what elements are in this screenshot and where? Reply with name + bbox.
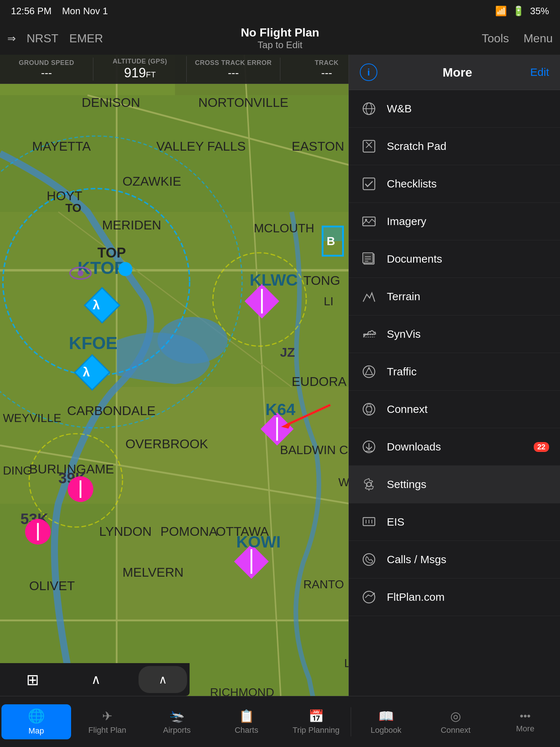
wb-label: W&B [387,102,549,115]
more-info-button[interactable]: i [360,63,377,81]
menu-item-downloads[interactable]: Downloads 22 [349,428,560,466]
menu-item-imagery[interactable]: Imagery [349,203,560,240]
tab-map[interactable]: 🌐 Map [1,704,71,739]
more-menu-panel: i More Edit W&B Scratch Pad [349,55,560,696]
nav-center: No Flight Plan Tap to Edit [109,26,451,51]
ground-speed-label: GROUND SPEED [3,59,90,67]
downloads-label: Downloads [387,441,530,453]
menu-item-wb[interactable]: W&B [349,90,560,128]
menu-button[interactable]: Menu [524,32,553,45]
checklists-label: Checklists [387,178,549,190]
imagery-icon [360,212,378,231]
svg-text:MAYETTA: MAYETTA [32,139,91,153]
center-up-area: ∧ [139,666,187,693]
documents-icon [360,250,378,268]
synvis-icon [360,325,378,343]
svg-point-129 [367,482,371,487]
svg-text:DING: DING [3,464,32,477]
menu-item-synvis[interactable]: SynVis [349,316,560,353]
battery-percent: 35% [530,5,549,17]
svg-text:EUDORA: EUDORA [292,374,347,388]
tab-flight-plan[interactable]: ✈ Flight Plan [73,705,142,739]
nav-left: ⇒ NRST EMER [7,32,109,45]
status-right: 📶 🔋 35% [495,5,549,17]
connext-label: Connext [387,403,549,415]
status-bar: 12:56 PM Mon Nov 1 📶 🔋 35% [0,0,560,22]
menu-item-fltplan[interactable]: FltPlan.com [349,578,560,616]
more-menu-title: More [385,65,530,80]
back-button[interactable]: ⇒ [7,32,16,44]
fltplan-icon [360,588,378,606]
scratch-pad-icon [360,137,378,155]
tools-button[interactable]: Tools [482,32,509,45]
traffic-label: Traffic [387,365,549,378]
airports-tab-label: Airports [163,725,191,735]
menu-item-scratch-pad[interactable]: Scratch Pad [349,128,560,165]
status-time: 12:56 PM [11,5,51,16]
svg-text:NORTONVILLE: NORTONVILLE [198,95,288,109]
map-tab-icon: 🌐 [28,708,45,724]
svg-rect-108 [363,140,375,152]
tab-charts[interactable]: 📋 Charts [212,705,281,739]
top-nav: ⇒ NRST EMER No Flight Plan Tap to Edit T… [0,22,560,55]
up-arrow-button[interactable]: ∧ [139,666,187,693]
svg-rect-112 [363,217,375,226]
menu-item-checklists[interactable]: Checklists [349,165,560,203]
svg-text:VALLEY FALLS: VALLEY FALLS [156,139,246,153]
svg-text:KFOE: KFOE [69,333,117,353]
svg-text:TO: TO [65,201,81,214]
airports-tab-icon: 🛬 [169,709,184,723]
wifi-icon: 📶 [495,5,507,17]
tab-logbook[interactable]: 📖 Logbook [351,705,421,739]
emer-button[interactable]: EMER [69,32,103,45]
menu-item-documents[interactable]: Documents [349,240,560,278]
menu-item-eis[interactable]: EIS [349,503,560,541]
svg-point-125 [366,406,372,412]
tab-connext[interactable]: ◎ Connext [421,705,490,739]
logbook-tab-label: Logbook [371,725,401,735]
terrain-icon [360,287,378,306]
nrst-button[interactable]: NRST [27,32,58,45]
menu-item-terrain[interactable]: Terrain [349,278,560,316]
menu-item-settings[interactable]: Settings [349,466,560,503]
svg-text:RANTO: RANTO [303,578,344,591]
menu-item-traffic[interactable]: Traffic [349,353,560,391]
svg-text:LI: LI [324,295,334,308]
eis-icon [360,513,378,531]
layers-button[interactable]: ⊞ [26,671,39,689]
imagery-label: Imagery [387,215,549,228]
downloads-icon [360,438,378,456]
status-date: Mon Nov 1 [62,5,108,16]
ground-speed-cell: GROUND SPEED --- [0,58,93,81]
scratch-pad-label: Scratch Pad [387,140,549,152]
svg-text:OZAWKIE: OZAWKIE [122,174,181,188]
flight-plan-tab-icon: ✈ [102,709,112,723]
svg-text:TONG: TONG [303,273,340,287]
more-tab-label: More [516,724,534,734]
trip-planning-tab-label: Trip Planning [293,725,340,735]
menu-item-connext[interactable]: Connext [349,391,560,428]
svg-text:JZ: JZ [280,345,295,359]
altitude-value: 919FT [96,65,183,81]
svg-text:MCLOUTH: MCLOUTH [254,221,314,235]
tab-airports[interactable]: 🛬 Airports [142,705,212,739]
tab-trip-planning[interactable]: 📅 Trip Planning [281,705,351,739]
chart-toggle-button[interactable]: ∧ [91,672,101,687]
svg-text:KOWI: KOWI [236,533,281,551]
svg-text:B: B [327,235,335,248]
more-edit-button[interactable]: Edit [530,66,549,78]
settings-label: Settings [387,478,549,491]
more-tab-icon: ••• [520,710,530,722]
svg-point-124 [363,403,375,415]
calls-icon [360,550,378,569]
svg-text:MERIDEN: MERIDEN [102,218,161,232]
trip-planning-tab-icon: 📅 [308,709,324,723]
charts-tab-label: Charts [235,725,258,735]
connext-tab-label: Connext [441,725,471,735]
altitude-cell: ALTITUDE (GPS) 919FT [93,56,187,82]
svg-text:MELVERN: MELVERN [122,565,184,579]
tab-more[interactable]: ••• More [490,707,560,737]
flight-plan-subtitle[interactable]: Tap to Edit [109,39,451,51]
svg-text:λ: λ [93,298,100,312]
menu-item-calls[interactable]: Calls / Msgs [349,541,560,578]
